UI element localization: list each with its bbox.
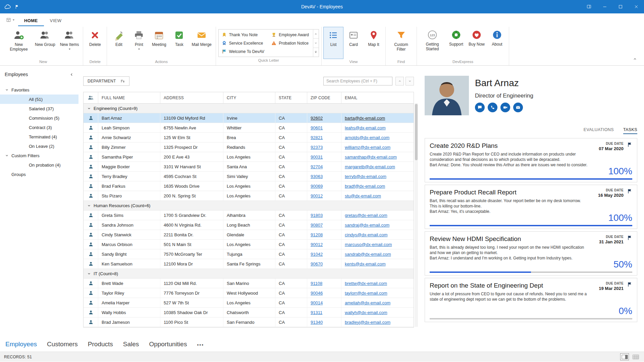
email-link[interactable]: taylorr@dx-email.com — [345, 291, 387, 296]
sidebar-item-commission-5[interactable]: Commission (5) — [0, 113, 78, 123]
email-link[interactable]: arnolds@dx-email.com — [345, 135, 389, 140]
email-link[interactable]: bradleyj@dx-email.com — [345, 320, 390, 325]
zip-link[interactable]: 91208 — [311, 232, 323, 237]
quick-letter-welcome-to-devav[interactable]: Welcome To DevAV — [219, 47, 268, 56]
card-view-button[interactable]: Card — [343, 27, 364, 59]
map-it-button[interactable]: Map It — [364, 27, 384, 59]
table-row[interactable]: Amelia Harper 527 W 7th St Los Angeles C… — [84, 298, 414, 308]
close-button[interactable] — [628, 0, 644, 13]
email-link[interactable]: gretas@dx-email.com — [345, 213, 387, 218]
quick-letter-service-excellence[interactable]: Service Excellence — [219, 39, 268, 47]
zip-link[interactable]: 91803 — [311, 213, 323, 218]
zip-link[interactable]: 91340 — [311, 320, 323, 325]
table-row[interactable]: Stu Pizaro 200 N. Spring St Los Angeles … — [84, 191, 414, 201]
column-header-address[interactable]: ADDRESS — [160, 92, 223, 103]
grid-layout-toggle-button[interactable] — [631, 353, 640, 360]
table-row[interactable]: Marcus Orbison 501 N Main St Los Angeles… — [84, 240, 414, 249]
buy-now-button[interactable]: Buy Now — [466, 27, 487, 59]
search-next-button[interactable] — [406, 77, 414, 85]
email-link[interactable]: brettw@dx-email.com — [345, 281, 387, 286]
email-link[interactable]: ameliah@dx-email.com — [345, 300, 390, 305]
zip-link[interactable]: 92373 — [311, 145, 323, 150]
email-link[interactable]: wallyh@dx-email.com — [345, 310, 387, 315]
sidebar-collapse-button[interactable] — [69, 72, 74, 77]
table-row[interactable]: Greta Sims 1700 S Grandview Dr. Alhambra… — [84, 210, 414, 220]
edit-button[interactable]: Edit — [109, 27, 129, 59]
email-link[interactable]: kents@dx-email.com — [345, 261, 386, 266]
task-card[interactable]: Review New HDMI Specification DUE DATE 3… — [425, 231, 637, 276]
zip-link[interactable]: 90012 — [311, 242, 323, 247]
sidebar-item-on-leave-2[interactable]: On Leave (2) — [0, 141, 78, 151]
zip-link[interactable]: 92704 — [311, 164, 323, 169]
email-link[interactable]: samanthap@dx-email.com — [345, 155, 397, 160]
tab-view[interactable]: VIEW — [44, 15, 68, 26]
gallery-down-button[interactable] — [313, 39, 319, 48]
maximize-button[interactable] — [612, 0, 628, 13]
table-row[interactable]: Brad Jameson 1100 Pico St San Fernando C… — [84, 317, 414, 327]
zip-link[interactable]: 90012 — [311, 193, 323, 198]
ribbon-collapse-button[interactable] — [631, 56, 639, 62]
email-link[interactable]: stu@dx-email.com — [345, 193, 381, 198]
email-link[interactable]: marcuso@dx-email.com — [345, 242, 392, 247]
sidebar-item-all-51[interactable]: All (51) — [0, 95, 78, 104]
zip-link[interactable]: 90069 — [311, 184, 323, 189]
email-link[interactable]: terryb@dx-email.com — [345, 174, 386, 179]
gallery-up-button[interactable] — [313, 29, 319, 39]
table-row[interactable]: Cindy Stanwick 2211 Bonita Dr. Glendale … — [84, 230, 414, 240]
meeting-button[interactable]: Meeting — [149, 27, 169, 59]
zip-link[interactable]: 92821 — [311, 135, 323, 140]
support-button[interactable]: Support — [446, 27, 466, 59]
table-row[interactable]: Maggie Boxter 3101 W Harvard St Santa An… — [84, 162, 414, 172]
table-row[interactable]: Wally Hobbs 10385 Shadow Oak Dr Chatswor… — [84, 308, 414, 317]
quick-letter-probation-notice[interactable]: Probation Notice — [268, 39, 313, 47]
new-employee-button[interactable]: New Employee — [5, 27, 33, 59]
task-card[interactable]: Prepare Product Recall Report DUE DATE 1… — [425, 185, 637, 229]
sidebar-item-on-probation-4[interactable]: On probation (4) — [0, 160, 78, 170]
nav-item-customers[interactable]: Customers — [47, 341, 78, 348]
column-header-email[interactable]: EMAIL — [341, 92, 414, 103]
email-link[interactable]: leahs@dx-email.com — [345, 125, 386, 130]
email-link[interactable]: barta@dx-email.com — [345, 116, 385, 121]
table-row[interactable]: Sandy Bright 7570 McGroarty Ter Tujunga … — [84, 249, 414, 259]
table-row[interactable]: Terry Bradley 4595 Cochran St Simi Valle… — [84, 172, 414, 181]
sidebar-item-contract-3[interactable]: Contract (3) — [0, 123, 78, 132]
mail-button[interactable] — [513, 103, 523, 112]
tab-tasks[interactable]: TASKS — [623, 127, 637, 134]
delete-button[interactable]: Delete — [85, 27, 105, 59]
department-button[interactable]: DEPARTMENT — [83, 76, 129, 86]
table-row[interactable]: Leah Simpson 6755 Newlin Ave Whittier CA… — [84, 123, 414, 133]
zip-link[interactable]: 93063 — [311, 174, 323, 179]
zip-link[interactable]: 91311 — [311, 310, 322, 315]
table-scrollbar[interactable] — [415, 103, 418, 327]
task-button[interactable]: Task — [169, 27, 189, 59]
tab-evaluations[interactable]: EVALUATIONS — [584, 127, 614, 134]
table-row[interactable]: Taylor Riley 7776 Torreyson Dr West Holl… — [84, 288, 414, 298]
new-items-button[interactable]: New Items — [58, 27, 82, 59]
table-row[interactable]: Bart Arnaz 13109 Old Myford Rd Irvine CA… — [84, 113, 414, 123]
about-button[interactable]: About — [487, 27, 507, 59]
video-button[interactable] — [500, 103, 510, 112]
new-group-button[interactable]: New Group — [33, 27, 58, 59]
column-header-state[interactable]: STATE — [275, 92, 307, 103]
sidebar-item-terminated-4[interactable]: Terminated (4) — [0, 132, 78, 141]
getting-started-button[interactable]: 123 Getting Started — [419, 27, 446, 59]
table-group-row[interactable]: IT (Count=8) — [84, 269, 414, 279]
quick-letter-employee-award[interactable]: Employee Award — [268, 31, 313, 39]
search-input[interactable] — [326, 79, 389, 83]
zip-link[interactable]: 90046 — [311, 291, 323, 296]
quick-letter-thank-you-note[interactable]: Thank You Note — [219, 31, 268, 39]
custom-filter-button[interactable]: Custom Filter — [387, 27, 415, 59]
table-row[interactable]: Ken Samuelson 12100 Mora Dr Santa Fe Spr… — [84, 259, 414, 269]
table-row[interactable]: Samantha Piper 200 E Ave 43 Los Angeles … — [84, 152, 414, 162]
table-row[interactable]: Billy Zimmer 1325 Prospect Dr Redlands C… — [84, 142, 414, 152]
task-card[interactable]: Report on the State of Engineering Dept … — [425, 278, 637, 322]
search-previous-button[interactable] — [395, 77, 404, 85]
nav-item-opportunities[interactable]: Opportunities — [149, 341, 187, 348]
sidebar-item-favorites[interactable]: Favorites — [0, 85, 78, 95]
zip-link[interactable]: 90031 — [311, 155, 323, 160]
reading-pane-toggle-button[interactable] — [620, 353, 629, 360]
column-header-city[interactable]: CITY — [223, 92, 275, 103]
email-link[interactable]: sandrab@dx-email.com — [345, 252, 391, 257]
minimize-button[interactable] — [597, 0, 612, 13]
list-view-button[interactable]: List — [323, 27, 343, 59]
